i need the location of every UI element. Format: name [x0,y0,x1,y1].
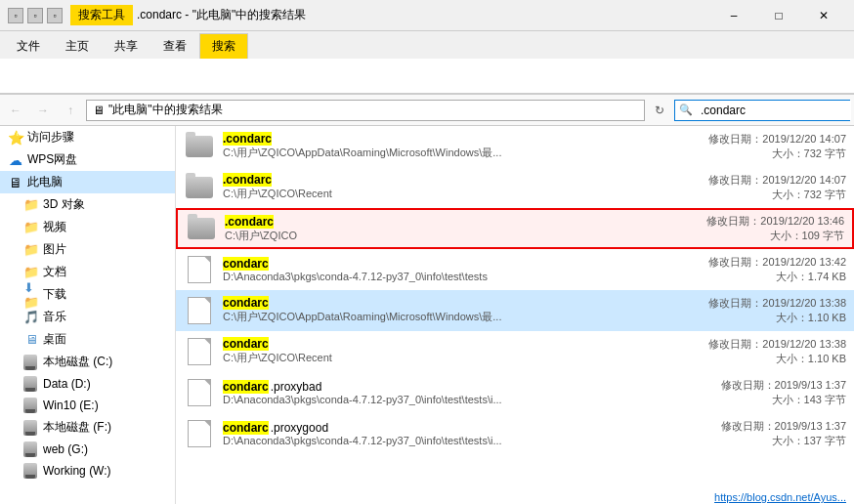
file-name-5: condarc [223,337,708,351]
file-size-3: 大小：1.74 KB [708,270,846,284]
music-icon: 🎵 [23,310,39,325]
minimize-button[interactable]: – [711,0,756,31]
file-meta-7: 修改日期：2019/9/13 1:37 大小：137 字节 [719,419,846,448]
file-date-6: 修改日期：2019/9/13 1:37 [719,378,846,393]
tab-view[interactable]: 查看 [150,33,199,59]
search-input[interactable] [697,101,851,120]
close-button[interactable]: ✕ [801,0,846,31]
sidebar-item-3dobj[interactable]: 📁 3D 对象 [0,193,175,216]
sidebar-item-thispc[interactable]: 🖥 此电脑 [0,171,175,193]
watermark: https://blog.csdn.net/Ayus... [714,491,846,503]
forward-button[interactable]: → [31,99,55,122]
sidebar-label-quickaccess: 访问步骤 [27,129,74,146]
file-item-1[interactable]: .condarc C:\用户\ZQICO\Recent 修改日期：2019/12… [176,167,854,208]
back-button[interactable]: ← [4,99,27,122]
tab-home[interactable]: 主页 [53,33,102,59]
sidebar-item-drivef[interactable]: 本地磁盘 (F:) [0,416,175,439]
file-path-2: C:\用户\ZQICO [225,229,576,243]
file-item-3[interactable]: condarc D:\Anaconda3\pkgs\conda-4.7.12-p… [176,249,854,290]
file-date-4: 修改日期：2019/12/20 13:38 [708,296,846,311]
file-date-0: 修改日期：2019/12/20 14:07 [708,132,846,147]
file-icon-5 [184,336,215,367]
sidebar-item-desktop[interactable]: 🖥 桌面 [0,328,175,351]
sidebar-item-drivec[interactable]: 本地磁盘 (C:) [0,351,175,373]
file-item-0[interactable]: .condarc C:\用户\ZQICO\AppData\Roaming\Mic… [176,126,854,167]
sidebar-item-quickaccess[interactable]: ⭐ 访问步骤 [0,126,175,148]
window-icon-1: ▫ [8,8,23,23]
window-controls: – □ ✕ [711,0,846,31]
address-bar: ← → ↑ 🖥 "此电脑"中的搜索结果 ↻ 🔍 ✕ [0,95,854,126]
wpsdisk-icon: ☁ [8,152,23,168]
file-name-4: condarc [223,296,708,310]
file-item-5[interactable]: condarc C:\用户\ZQICO\Recent 修改日期：2019/12/… [176,331,854,372]
address-path[interactable]: 🖥 "此电脑"中的搜索结果 [86,100,645,121]
sidebar-item-drivee[interactable]: Win10 (E:) [0,395,175,416]
sidebar-item-drived[interactable]: Data (D:) [0,373,175,395]
sidebar-item-video[interactable]: 📁 视频 [0,216,175,238]
file-path-4: C:\用户\ZQICO\AppData\Roaming\Microsoft\Wi… [223,310,575,324]
sidebar-label-downloads: 下载 [43,286,66,303]
file-date-3: 修改日期：2019/12/20 13:42 [708,255,846,270]
sidebar-item-downloads[interactable]: ⬇📁 下载 [0,283,175,306]
sidebar-label-drivew: Working (W:) [43,464,111,478]
drived-icon [23,376,39,392]
tab-search[interactable]: 搜索 [199,33,248,59]
downloads-icon: ⬇📁 [23,287,39,303]
file-name-highlight-0: .condarc [223,132,272,146]
file-size-1: 大小：732 字节 [708,188,846,202]
file-item-7[interactable]: condarc.proxygood D:\Anaconda3\pkgs\cond… [176,413,854,454]
file-date-5: 修改日期：2019/12/20 13:38 [708,337,846,352]
sidebar-label-wpsdisk: WPS网盘 [27,151,77,168]
pictures-icon: 📁 [23,242,39,258]
sidebar: ⭐ 访问步骤 ☁ WPS网盘 🖥 此电脑 📁 3D 对象 📁 [0,126,176,504]
file-meta-3: 修改日期：2019/12/20 13:42 大小：1.74 KB [708,255,846,284]
file-name-block-0: .condarc C:\用户\ZQICO\AppData\Roaming\Mic… [223,132,708,160]
file-list: .condarc C:\用户\ZQICO\AppData\Roaming\Mic… [176,126,854,504]
title-bar: ▫ ▫ ▫ 搜索工具 .condarc - "此电脑"中的搜索结果 – □ ✕ [0,0,854,31]
tab-share[interactable]: 共享 [102,33,150,59]
file-meta-0: 修改日期：2019/12/20 14:07 大小：732 字节 [708,132,846,161]
sidebar-label-drivef: 本地磁盘 (F:) [43,419,111,436]
sidebar-item-wpsdisk[interactable]: ☁ WPS网盘 [0,148,175,171]
tab-file[interactable]: 文件 [4,33,53,59]
sidebar-label-driveg: web (G:) [43,442,88,456]
file-name-highlight-4: condarc [223,296,269,310]
ribbon-tabs: 文件 主页 共享 查看 搜索 [0,31,854,59]
sidebar-label-music: 音乐 [43,309,66,325]
search-icon: 🔍 [675,104,697,116]
up-button[interactable]: ↑ [59,99,82,122]
thispc-icon: 🖥 [8,175,23,190]
sidebar-item-driveg[interactable]: web (G:) [0,439,175,460]
file-icon-6 [184,377,215,408]
file-size-2: 大小：109 字节 [706,229,844,243]
sidebar-item-music[interactable]: 🎵 音乐 [0,306,175,328]
file-item-4[interactable]: condarc C:\用户\ZQICO\AppData\Roaming\Micr… [176,290,854,331]
sidebar-label-drivec: 本地磁盘 (C:) [43,354,112,370]
sidebar-label-3dobj: 3D 对象 [43,196,85,213]
search-box[interactable]: 🔍 ✕ [674,100,850,121]
sidebar-item-pictures[interactable]: 📁 图片 [0,238,175,261]
file-name-7: condarc.proxygood [223,421,719,435]
file-icon-3 [184,254,215,285]
address-text: "此电脑"中的搜索结果 [108,102,223,118]
sidebar-item-drivew[interactable]: Working (W:) [0,460,175,482]
drivec-icon [23,355,39,370]
maximize-button[interactable]: □ [756,0,801,31]
window-icons: ▫ ▫ ▫ [8,8,63,23]
file-path-7: D:\Anaconda3\pkgs\conda-4.7.12-py37_0\in… [223,435,575,446]
file-item-6[interactable]: condarc.proxybad D:\Anaconda3\pkgs\conda… [176,372,854,413]
file-name-1: .condarc [223,173,708,187]
drivee-icon [23,398,39,413]
file-name-highlight-1: .condarc [223,173,272,187]
refresh-button[interactable]: ↻ [649,100,670,121]
file-icon-0 [184,131,215,162]
window-icon-2: ▫ [27,8,43,23]
sidebar-label-desktop: 桌面 [43,331,66,348]
file-item-2[interactable]: .condarc C:\用户\ZQICO 修改日期：2019/12/20 13:… [176,208,854,249]
file-name-highlight-6: condarc [223,380,269,394]
file-meta-5: 修改日期：2019/12/20 13:38 大小：1.10 KB [708,337,846,366]
file-name-0: .condarc [223,132,708,146]
file-name-highlight-3: condarc [223,257,269,271]
file-path-0: C:\用户\ZQICO\AppData\Roaming\Microsoft\Wi… [223,146,575,160]
video-icon: 📁 [23,220,39,235]
